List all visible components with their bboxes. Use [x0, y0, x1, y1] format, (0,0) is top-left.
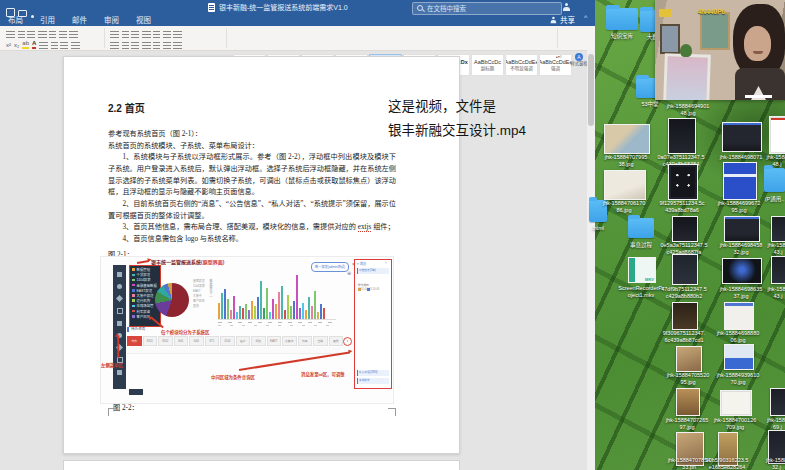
menu-tab-视图[interactable]: 视图: [136, 14, 151, 25]
style-card-不明显强调[interactable]: AaBbCcDdEe不明显强调: [505, 54, 538, 76]
font-format-icon[interactable]: [27, 31, 35, 38]
file-icon-jhk-15884700126[interactable]: [720, 390, 752, 416]
search-icon: [417, 5, 423, 11]
highlight-icon[interactable]: ab: [22, 40, 29, 49]
fig-bar: [323, 308, 325, 319]
webcam-video[interactable]: [655, 0, 785, 100]
fig-bar: [302, 303, 304, 319]
file-icon-jhk-1588[interactable]: [771, 216, 785, 242]
align-format-icon[interactable]: [173, 42, 182, 49]
fig-bar: [263, 308, 265, 319]
spellcheck-word: extjs: [358, 223, 372, 232]
menu-tab-引用[interactable]: 引用: [40, 14, 55, 25]
fig-bar: [311, 306, 313, 319]
file-icon-0a07e375112347.5[interactable]: [668, 118, 696, 154]
osd-label: 4N440P6: [698, 8, 725, 15]
font-format-icon[interactable]: [71, 42, 80, 49]
list-format-icon[interactable]: [110, 31, 119, 38]
font-format-icon[interactable]: [38, 31, 47, 38]
file-icon-9f12957511234.5c[interactable]: [668, 164, 698, 200]
search-input[interactable]: 在文档中搜索: [412, 2, 562, 15]
share-button[interactable]: 共享: [549, 14, 575, 25]
font-format-icon[interactable]: [6, 31, 15, 38]
fig-todo-label: 待办任务: [127, 327, 145, 332]
gallery-scroll-icons[interactable]: ▴▾≡: [555, 54, 563, 74]
font-format-icon[interactable]: [49, 31, 56, 38]
list-format-icon[interactable]: [173, 31, 182, 38]
list-format-icon[interactable]: [163, 31, 171, 38]
fig-bar: [260, 281, 262, 319]
file-label: jhk-1588470617086.jpg: [594, 200, 654, 214]
file-icon-0e5a3a75112347.5[interactable]: [672, 216, 698, 242]
fig-bar: [266, 288, 268, 319]
font-format-icon[interactable]: [51, 42, 58, 49]
list-format-icon[interactable]: [131, 31, 139, 38]
fig-panel-header: ≡ 消息: [357, 261, 366, 266]
fig-bar: [233, 296, 235, 319]
file-icon-47df9b75112347.5[interactable]: [672, 254, 698, 285]
subscript-icon[interactable]: x₂: [14, 42, 19, 49]
font-color-icon[interactable]: A: [32, 40, 36, 49]
group-divider: [226, 28, 227, 48]
font-group-row1: [6, 29, 81, 38]
file-icon-jhk-15884705520[interactable]: [676, 346, 702, 372]
fig-bar: [296, 275, 298, 319]
folder-icon-知识宝库[interactable]: [606, 8, 638, 30]
file-icon-ScreenRecorderPr[interactable]: MKV: [628, 257, 656, 283]
file-icon-jhk-15884698635[interactable]: [722, 258, 762, 284]
fig-menu-item: 客户风险: [130, 314, 160, 319]
menu-tab-邮件[interactable]: 邮件: [72, 14, 87, 25]
align-format-icon[interactable]: [131, 42, 139, 49]
fig-tab: G01: [174, 336, 189, 346]
fig-bar: [287, 295, 289, 319]
fig-tab: 大集中: [282, 336, 297, 346]
file-icon-jhk-15884939610[interactable]: [724, 344, 754, 370]
file-icon-jhk-15884698880[interactable]: [724, 302, 754, 330]
collapse-ribbon-icon[interactable]: ^: [584, 14, 587, 21]
list-format-icon[interactable]: [122, 31, 129, 38]
fig-app-title: 银丰统一监管报送系统(原型界面): [151, 258, 224, 265]
font-format-icon[interactable]: [60, 42, 68, 49]
font-format-icon[interactable]: [18, 31, 25, 38]
fig-sideb-icon: [117, 370, 122, 375]
font-format-icon[interactable]: [69, 31, 78, 38]
font-format-icon[interactable]: [39, 42, 48, 49]
titlebar[interactable]: 银丰新融-统一监管报送系统前端需求V1.0 在文档中搜索 布局引用邮件审阅视图 …: [0, 0, 595, 26]
file-icon-jhk-15884699672[interactable]: [723, 162, 757, 200]
file-icon-jhk-15884698071[interactable]: [722, 122, 762, 152]
share-person-icon: [550, 16, 556, 22]
folder-icon-(P通用..[interactable]: [764, 168, 785, 192]
menu-tab-布局[interactable]: 布局: [8, 14, 23, 25]
align-format-icon[interactable]: [122, 42, 129, 49]
list-format-icon[interactable]: [142, 31, 151, 38]
file-icon-9f309675112347.[interactable]: [672, 302, 698, 330]
file-icon-jhk-15884707995[interactable]: [604, 124, 650, 154]
word-window: 银丰新融-统一监管报送系统前端需求V1.0 在文档中搜索 布局引用邮件审阅视图 …: [0, 0, 595, 470]
scrollbar-thumb[interactable]: [588, 54, 594, 126]
font-group-row2: x² x₂ ab A: [6, 40, 82, 49]
fig-pie-label: 其他: [193, 304, 205, 309]
file-icon-jhk-1588[interactable]: [769, 116, 785, 154]
fig-menu-item-icon: [132, 299, 135, 302]
align-format-icon[interactable]: [110, 42, 119, 49]
align-format-icon[interactable]: [153, 42, 160, 49]
file-icon-jhk-15884706170[interactable]: [604, 170, 646, 200]
file-icon-jhk-1588[interactable]: [771, 256, 785, 284]
folder-icon-事息过程[interactable]: [628, 218, 654, 238]
fig-annotation-center: 中间区域为条件查询区: [211, 374, 255, 380]
person-mouth: [753, 51, 763, 54]
align-format-icon[interactable]: [163, 42, 171, 49]
file-icon-jhk-1588[interactable]: [770, 388, 785, 416]
font-format-icon[interactable]: [59, 31, 67, 38]
account-icon[interactable]: [562, 3, 570, 11]
file-icon-jhk-15884698458[interactable]: [724, 216, 760, 242]
style-card-副标题[interactable]: AaBbCcDc副标题: [471, 54, 504, 76]
fig-menu-item-icon: [132, 310, 135, 313]
list-format-icon[interactable]: [153, 31, 160, 38]
fig-tab: 8101: [143, 336, 158, 346]
menu-tab-审阅[interactable]: 审阅: [104, 14, 119, 25]
align-format-icon[interactable]: [142, 42, 151, 49]
file-icon-jhk-15884707265[interactable]: [676, 388, 700, 416]
document-page-next[interactable]: [63, 460, 460, 470]
superscript-icon[interactable]: x²: [6, 42, 11, 49]
